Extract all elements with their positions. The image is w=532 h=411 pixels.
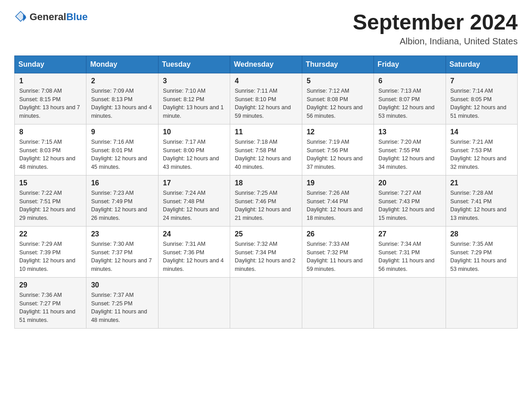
logo: GeneralBlue — [14, 11, 88, 23]
logo-blue: Blue — [66, 11, 88, 22]
day-number-13: 13 — [378, 128, 441, 136]
day-info-13: Sunrise: 7:20 AMSunset: 7:55 PMDaylight:… — [378, 138, 441, 171]
day-cell-29: 29Sunrise: 7:36 AMSunset: 7:27 PMDayligh… — [15, 277, 86, 328]
empty-cell-w4-c2 — [158, 277, 230, 328]
day-info-9: Sunrise: 7:16 AMSunset: 8:01 PMDaylight:… — [91, 138, 153, 171]
day-number-6: 6 — [378, 77, 441, 85]
day-number-16: 16 — [91, 179, 153, 187]
day-info-20: Sunrise: 7:27 AMSunset: 7:43 PMDaylight:… — [378, 189, 441, 223]
day-number-18: 18 — [235, 179, 297, 187]
day-number-20: 20 — [378, 179, 441, 187]
day-number-14: 14 — [450, 128, 513, 136]
day-number-24: 24 — [163, 230, 225, 238]
empty-cell-w4-c3 — [230, 277, 302, 328]
weekday-header-row: SundayMondayTuesdayWednesdayThursdayFrid… — [15, 56, 518, 73]
logo-text: GeneralBlue — [30, 11, 88, 23]
weekday-header-thursday: Thursday — [302, 56, 373, 73]
day-number-15: 15 — [19, 179, 82, 187]
day-cell-1: 1Sunrise: 7:08 AMSunset: 8:15 PMDaylight… — [15, 73, 86, 124]
day-info-14: Sunrise: 7:21 AMSunset: 7:53 PMDaylight:… — [450, 138, 513, 171]
day-number-3: 3 — [163, 77, 225, 85]
day-info-8: Sunrise: 7:15 AMSunset: 8:03 PMDaylight:… — [19, 138, 82, 171]
day-number-9: 9 — [91, 128, 153, 136]
day-info-30: Sunrise: 7:37 AMSunset: 7:25 PMDaylight:… — [91, 291, 153, 325]
day-info-7: Sunrise: 7:14 AMSunset: 8:05 PMDaylight:… — [450, 87, 513, 120]
logo-general: General — [30, 11, 66, 22]
calendar-table: SundayMondayTuesdayWednesdayThursdayFrid… — [14, 56, 518, 329]
day-info-4: Sunrise: 7:11 AMSunset: 8:10 PMDaylight:… — [235, 87, 297, 120]
weekday-header-monday: Monday — [86, 56, 158, 73]
day-cell-23: 23Sunrise: 7:30 AMSunset: 7:37 PMDayligh… — [86, 226, 158, 277]
day-cell-9: 9Sunrise: 7:16 AMSunset: 8:01 PMDaylight… — [86, 124, 158, 175]
weekday-header-sunday: Sunday — [15, 56, 86, 73]
day-cell-19: 19Sunrise: 7:26 AMSunset: 7:44 PMDayligh… — [302, 175, 373, 226]
day-info-21: Sunrise: 7:28 AMSunset: 7:41 PMDaylight:… — [450, 189, 513, 223]
day-number-12: 12 — [307, 128, 369, 136]
day-cell-5: 5Sunrise: 7:12 AMSunset: 8:08 PMDaylight… — [302, 73, 373, 124]
day-info-17: Sunrise: 7:24 AMSunset: 7:48 PMDaylight:… — [163, 189, 225, 223]
day-cell-25: 25Sunrise: 7:32 AMSunset: 7:34 PMDayligh… — [230, 226, 302, 277]
day-cell-27: 27Sunrise: 7:34 AMSunset: 7:31 PMDayligh… — [374, 226, 446, 277]
day-number-1: 1 — [19, 77, 82, 85]
day-cell-8: 8Sunrise: 7:15 AMSunset: 8:03 PMDaylight… — [15, 124, 86, 175]
day-info-3: Sunrise: 7:10 AMSunset: 8:12 PMDaylight:… — [163, 87, 225, 120]
weekday-header-saturday: Saturday — [446, 56, 517, 73]
week-row-3: 15Sunrise: 7:22 AMSunset: 7:51 PMDayligh… — [15, 175, 518, 226]
day-cell-11: 11Sunrise: 7:18 AMSunset: 7:58 PMDayligh… — [230, 124, 302, 175]
day-info-15: Sunrise: 7:22 AMSunset: 7:51 PMDaylight:… — [19, 189, 82, 223]
day-number-30: 30 — [91, 281, 153, 289]
day-info-29: Sunrise: 7:36 AMSunset: 7:27 PMDaylight:… — [19, 291, 82, 325]
day-number-4: 4 — [235, 77, 297, 85]
calendar-subtitle: Albion, Indiana, United States — [353, 36, 518, 47]
day-info-26: Sunrise: 7:33 AMSunset: 7:32 PMDaylight:… — [307, 240, 369, 274]
day-info-1: Sunrise: 7:08 AMSunset: 8:15 PMDaylight:… — [19, 87, 82, 120]
day-info-2: Sunrise: 7:09 AMSunset: 8:13 PMDaylight:… — [91, 87, 153, 120]
day-cell-24: 24Sunrise: 7:31 AMSunset: 7:36 PMDayligh… — [158, 226, 230, 277]
day-number-7: 7 — [450, 77, 513, 85]
day-number-2: 2 — [91, 77, 153, 85]
day-cell-21: 21Sunrise: 7:28 AMSunset: 7:41 PMDayligh… — [446, 175, 517, 226]
day-number-8: 8 — [19, 128, 82, 136]
day-number-22: 22 — [19, 230, 82, 238]
day-cell-26: 26Sunrise: 7:33 AMSunset: 7:32 PMDayligh… — [302, 226, 373, 277]
empty-cell-w4-c6 — [446, 277, 517, 328]
day-info-6: Sunrise: 7:13 AMSunset: 8:07 PMDaylight:… — [378, 87, 441, 120]
day-number-5: 5 — [307, 77, 369, 85]
week-row-2: 8Sunrise: 7:15 AMSunset: 8:03 PMDaylight… — [15, 124, 518, 175]
day-number-25: 25 — [235, 230, 297, 238]
week-row-1: 1Sunrise: 7:08 AMSunset: 8:15 PMDaylight… — [15, 73, 518, 124]
empty-cell-w4-c5 — [374, 277, 446, 328]
day-cell-4: 4Sunrise: 7:11 AMSunset: 8:10 PMDaylight… — [230, 73, 302, 124]
day-cell-3: 3Sunrise: 7:10 AMSunset: 8:12 PMDaylight… — [158, 73, 230, 124]
calendar-title: September 2024 — [353, 11, 518, 34]
day-number-23: 23 — [91, 230, 153, 238]
day-cell-16: 16Sunrise: 7:23 AMSunset: 7:49 PMDayligh… — [86, 175, 158, 226]
day-info-24: Sunrise: 7:31 AMSunset: 7:36 PMDaylight:… — [163, 240, 225, 274]
day-info-23: Sunrise: 7:30 AMSunset: 7:37 PMDaylight:… — [91, 240, 153, 274]
logo-icon — [14, 11, 27, 23]
day-cell-7: 7Sunrise: 7:14 AMSunset: 8:05 PMDaylight… — [446, 73, 517, 124]
day-info-19: Sunrise: 7:26 AMSunset: 7:44 PMDaylight:… — [307, 189, 369, 223]
day-info-18: Sunrise: 7:25 AMSunset: 7:46 PMDaylight:… — [235, 189, 297, 223]
day-cell-20: 20Sunrise: 7:27 AMSunset: 7:43 PMDayligh… — [374, 175, 446, 226]
day-number-17: 17 — [163, 179, 225, 187]
day-info-10: Sunrise: 7:17 AMSunset: 8:00 PMDaylight:… — [163, 138, 225, 171]
day-cell-22: 22Sunrise: 7:29 AMSunset: 7:39 PMDayligh… — [15, 226, 86, 277]
empty-cell-w4-c4 — [302, 277, 373, 328]
day-number-11: 11 — [235, 128, 297, 136]
day-cell-30: 30Sunrise: 7:37 AMSunset: 7:25 PMDayligh… — [86, 277, 158, 328]
week-row-5: 29Sunrise: 7:36 AMSunset: 7:27 PMDayligh… — [15, 277, 518, 328]
day-cell-14: 14Sunrise: 7:21 AMSunset: 7:53 PMDayligh… — [446, 124, 517, 175]
day-info-22: Sunrise: 7:29 AMSunset: 7:39 PMDaylight:… — [19, 240, 82, 274]
day-info-16: Sunrise: 7:23 AMSunset: 7:49 PMDaylight:… — [91, 189, 153, 223]
day-number-29: 29 — [19, 281, 82, 289]
day-number-21: 21 — [450, 179, 513, 187]
weekday-header-friday: Friday — [374, 56, 446, 73]
title-block: September 2024 Albion, Indiana, United S… — [353, 11, 518, 47]
day-info-25: Sunrise: 7:32 AMSunset: 7:34 PMDaylight:… — [235, 240, 297, 274]
day-info-27: Sunrise: 7:34 AMSunset: 7:31 PMDaylight:… — [378, 240, 441, 274]
day-cell-18: 18Sunrise: 7:25 AMSunset: 7:46 PMDayligh… — [230, 175, 302, 226]
day-info-28: Sunrise: 7:35 AMSunset: 7:29 PMDaylight:… — [450, 240, 513, 274]
day-cell-2: 2Sunrise: 7:09 AMSunset: 8:13 PMDaylight… — [86, 73, 158, 124]
day-cell-6: 6Sunrise: 7:13 AMSunset: 8:07 PMDaylight… — [374, 73, 446, 124]
